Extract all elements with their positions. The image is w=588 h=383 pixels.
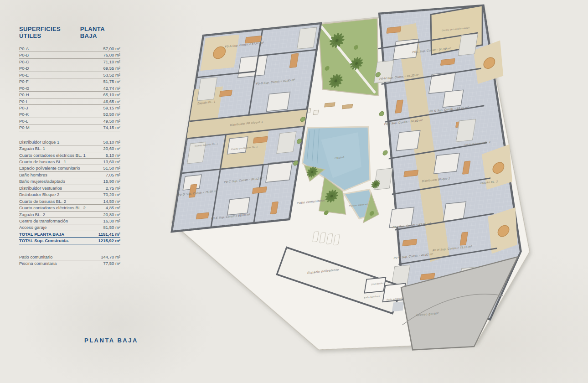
floor-plan: P0-A Sup. Constr.= 67,65 m² P0-B Sup. Co…	[0, 0, 588, 383]
plan-skew-group: P0-A Sup. Constr.= 67,65 m² P0-B Sup. Co…	[146, 0, 571, 381]
